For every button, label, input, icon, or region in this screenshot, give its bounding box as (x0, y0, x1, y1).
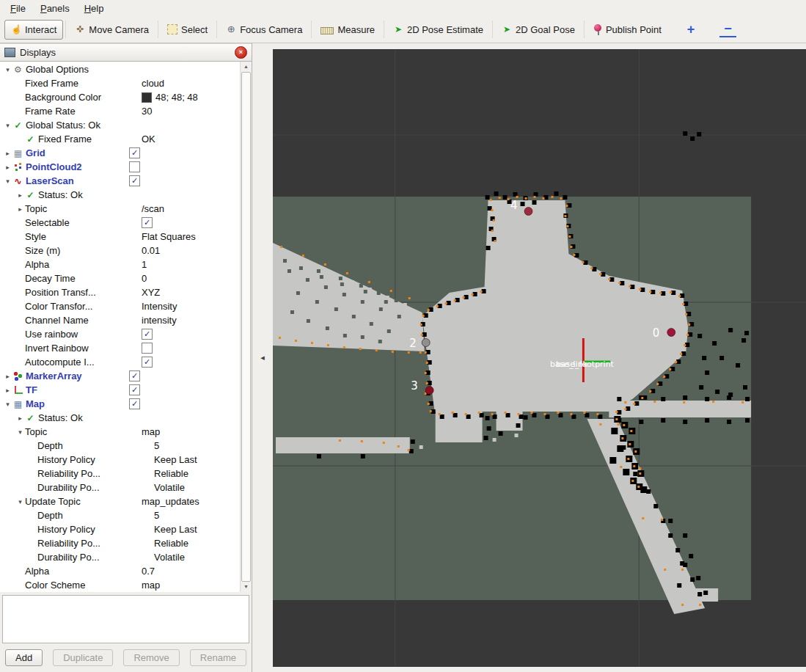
splitter-collapse-icon[interactable]: ◂ (260, 353, 265, 362)
visibility-checkbox[interactable] (129, 370, 140, 381)
expander-icon[interactable]: ▸ (15, 414, 25, 422)
viewport-svg[interactable]: base_linkbase_footprint4230 (273, 49, 806, 667)
marker-sphere[interactable] (524, 208, 532, 216)
tree-row[interactable]: Selectable (0, 216, 241, 230)
tree-row[interactable]: Fixed FrameOK (0, 132, 241, 146)
tree-row[interactable]: ▸Topic/scan (0, 202, 241, 216)
tree-row[interactable]: History PolicyKeep Last (0, 522, 241, 536)
tree-row[interactable]: Background Color48; 48; 48 (0, 90, 241, 104)
tool-label: Measure (337, 24, 375, 35)
expander-icon[interactable]: ▸ (15, 205, 25, 213)
expander-icon[interactable]: ▾ (3, 401, 12, 408)
add-display-button[interactable]: Add (5, 649, 43, 666)
marker-sphere[interactable] (667, 329, 675, 337)
tree-row[interactable]: ▸Grid (0, 146, 241, 160)
tree-row[interactable]: History PolicyKeep Last (0, 453, 241, 467)
tree-row[interactable]: Fixed Framecloud (0, 76, 241, 90)
tree-row[interactable]: Alpha1 (0, 258, 241, 271)
tree-row[interactable]: ▸MarkerArray (0, 369, 241, 383)
visibility-checkbox[interactable] (142, 217, 153, 228)
tree-row[interactable]: StyleFlat Squares (0, 230, 241, 244)
tool-focus-camera[interactable]: Focus Camera (219, 20, 309, 40)
visibility-checkbox[interactable] (142, 329, 153, 340)
tree-row[interactable]: Color Schememap (0, 578, 241, 592)
scroll-up-arrow-icon[interactable]: ▲ (241, 62, 252, 72)
tree-row[interactable]: Decay Time0 (0, 271, 241, 285)
tree-row[interactable]: Frame Rate30 (0, 104, 241, 118)
tree-scrollbar[interactable]: ▲ ▼ (240, 62, 252, 592)
expander-icon[interactable]: ▾ (3, 122, 12, 129)
tool-select[interactable]: Select (161, 20, 214, 40)
scrollbar-thumb[interactable] (241, 72, 251, 582)
tree-row[interactable]: Color Transfor...Intensity (0, 299, 241, 313)
property-name: Channel Name (25, 315, 89, 326)
visibility-checkbox[interactable] (142, 357, 153, 368)
visibility-checkbox[interactable] (129, 384, 140, 395)
tool-publish-point[interactable]: Publish Point (587, 20, 668, 40)
tree-row[interactable]: Size (m)0.01 (0, 244, 241, 258)
marker-sphere[interactable] (422, 339, 430, 347)
expander-icon[interactable]: ▾ (3, 178, 12, 185)
tree-row[interactable]: Position Transf...XYZ (0, 285, 241, 299)
menu-bar: FilePanelsHelp (0, 0, 806, 16)
tree-row[interactable]: Invert Rainbow (0, 341, 241, 355)
displays-panel-header: Displays × (0, 43, 252, 62)
marker-sphere[interactable] (425, 387, 433, 395)
expander-icon[interactable]: ▾ (15, 498, 25, 505)
property-value: Keep Last (154, 524, 197, 535)
tree-row[interactable]: ▾LaserScan (0, 174, 241, 188)
tool-measure[interactable]: Measure (314, 20, 381, 40)
tree-row[interactable]: ▾Global Status: Ok (0, 118, 241, 132)
visibility-checkbox[interactable] (129, 147, 140, 158)
tool-2d-pose-estimate[interactable]: 2D Pose Estimate (386, 20, 490, 40)
remove-tool-button[interactable]: − (719, 21, 736, 37)
tool-2d-goal-pose[interactable]: 2D Goal Pose (495, 20, 582, 40)
tree-row[interactable]: Depth5 (0, 439, 241, 453)
scroll-down-arrow-icon[interactable]: ▼ (241, 582, 252, 592)
expander-icon[interactable]: ▸ (3, 387, 12, 394)
grid-icon (12, 148, 23, 158)
tree-row[interactable]: ▸TF (0, 383, 241, 397)
panel-splitter[interactable]: ◂ (252, 43, 273, 672)
tree-row[interactable]: ▾Update Topicmap_updates (0, 494, 241, 508)
tree-row[interactable]: Alpha0.7 (0, 564, 241, 578)
visibility-checkbox[interactable] (129, 398, 140, 409)
tree-row[interactable]: ▾Topicmap (0, 425, 241, 439)
displays-tree: ▾Global OptionsFixed FramecloudBackgroun… (0, 62, 241, 592)
expander-icon[interactable]: ▾ (3, 66, 12, 73)
tree-row[interactable]: ▸PointCloud2 (0, 160, 241, 174)
close-panel-button[interactable]: × (235, 46, 247, 59)
expander-icon[interactable]: ▸ (3, 150, 12, 157)
menu-item-file[interactable]: File (3, 2, 33, 15)
tree-row[interactable]: Reliability Po...Reliable (0, 467, 241, 481)
check-icon (25, 413, 36, 423)
add-tool-button[interactable]: + (683, 22, 700, 37)
expander-icon[interactable]: ▾ (15, 428, 25, 436)
visibility-checkbox[interactable] (142, 343, 153, 354)
tree-row[interactable]: ▾Global Options (0, 62, 241, 76)
property-name-cell: ▸Status: Ok (0, 189, 142, 200)
publish-point-pin-icon (593, 24, 602, 35)
visibility-checkbox[interactable] (129, 175, 140, 186)
tool-interact[interactable]: Interact (4, 20, 63, 40)
tree-row[interactable]: ▾Map (0, 397, 241, 411)
menu-item-panels[interactable]: Panels (33, 2, 77, 15)
property-name: History Policy (37, 524, 95, 535)
render-viewport[interactable]: base_linkbase_footprint4230 (273, 49, 806, 667)
tree-row[interactable]: ▸Status: Ok (0, 411, 241, 425)
tree-row[interactable]: Reliability Po...Reliable (0, 536, 241, 550)
tree-row[interactable]: ▸Status: Ok (0, 188, 241, 202)
tree-row[interactable]: Depth5 (0, 508, 241, 522)
menu-item-help[interactable]: Help (77, 2, 111, 15)
tree-row[interactable]: Durability Po...Volatile (0, 481, 241, 494)
tree-row[interactable]: Use rainbow (0, 327, 241, 341)
tree-row[interactable]: Durability Po...Volatile (0, 550, 241, 564)
tool-move-camera[interactable]: Move Camera (68, 20, 155, 40)
visibility-checkbox[interactable] (129, 161, 140, 172)
expander-icon[interactable]: ▸ (15, 191, 25, 199)
expander-icon[interactable]: ▸ (3, 373, 12, 380)
expander-icon[interactable]: ▸ (3, 164, 12, 171)
property-name: Topic (25, 426, 47, 437)
tree-row[interactable]: Autocompute I... (0, 355, 241, 369)
tree-row[interactable]: Channel Nameintensity (0, 313, 241, 327)
